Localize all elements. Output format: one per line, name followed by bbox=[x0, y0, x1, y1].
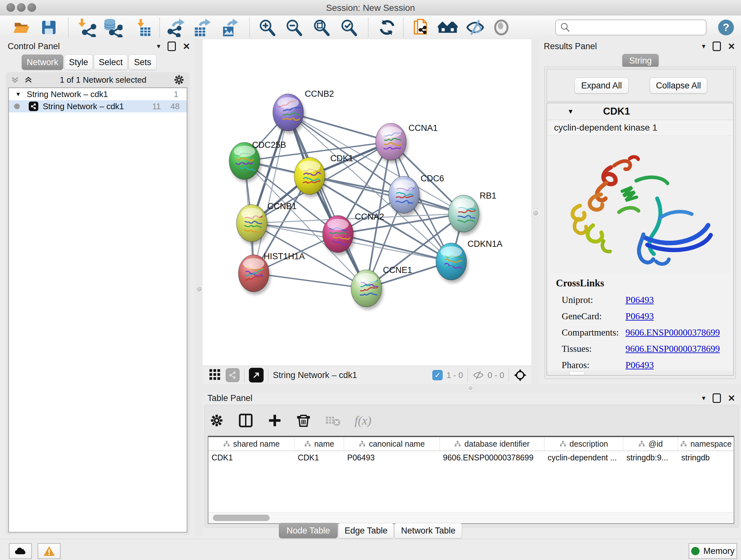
network-node[interactable]: CDK1 bbox=[294, 153, 353, 197]
left-splitter-handle[interactable] bbox=[195, 285, 204, 294]
network-share-view-button[interactable] bbox=[226, 368, 240, 382]
cloud-status-button[interactable] bbox=[9, 543, 32, 559]
save-floppy-icon bbox=[40, 18, 58, 37]
tab-edge-table[interactable]: Edge Table bbox=[338, 523, 394, 538]
zoom-in-button[interactable] bbox=[257, 18, 277, 37]
tab-node-table[interactable]: Node Table bbox=[279, 523, 338, 538]
network-options-gear-icon[interactable] bbox=[173, 74, 185, 86]
import-network-database-button[interactable] bbox=[103, 18, 123, 37]
card-scrollbar-thumb[interactable] bbox=[569, 371, 585, 375]
column-header-namespace[interactable]: namespace bbox=[678, 437, 734, 450]
network-node[interactable]: CCNE1 bbox=[351, 265, 412, 310]
network-node[interactable]: HIST1H1A bbox=[239, 252, 305, 295]
network-node[interactable]: RB1 bbox=[448, 191, 496, 235]
search-input[interactable] bbox=[570, 22, 699, 33]
toolbar-separator bbox=[249, 18, 250, 37]
network-edge[interactable] bbox=[288, 112, 366, 288]
tab-network-table[interactable]: Network Table bbox=[394, 523, 462, 538]
collapse-all-button[interactable]: Collapse All bbox=[650, 78, 707, 94]
column-header-shared-name[interactable]: shared name bbox=[208, 437, 294, 450]
table-horizontal-scrollbar[interactable] bbox=[208, 512, 734, 523]
float-panel-icon[interactable] bbox=[713, 393, 721, 403]
column-header-name[interactable]: name bbox=[294, 437, 344, 450]
float-panel-icon[interactable] bbox=[167, 42, 176, 51]
gene-description: cyclin-dependent kinase 1 bbox=[554, 123, 657, 133]
save-session-button[interactable] bbox=[39, 18, 59, 37]
collapse-panel-icon[interactable]: ▾ bbox=[157, 42, 160, 51]
birds-eye-view-button[interactable] bbox=[249, 368, 264, 382]
show-grid-button[interactable] bbox=[208, 368, 221, 382]
collapse-panel-icon[interactable]: ▾ bbox=[702, 42, 705, 51]
tree-expander-icon[interactable]: ▼ bbox=[15, 91, 21, 98]
horizontal-splitter[interactable] bbox=[201, 384, 741, 393]
network-node[interactable]: CCNB1 bbox=[237, 201, 297, 245]
column-header-description[interactable]: description bbox=[544, 437, 623, 450]
network-view-canvas[interactable]: CCNB2CCNA1CDC25BCDK1CDC6RB1CCNB1CCNA2CDK… bbox=[203, 39, 531, 366]
crosslink-uniprot[interactable]: P06493 bbox=[625, 295, 654, 305]
horizontal-splitter-handle[interactable] bbox=[467, 384, 474, 392]
delete-table-icon[interactable] bbox=[325, 412, 341, 429]
export-image-button[interactable] bbox=[219, 18, 239, 37]
expand-all-networks-icon[interactable] bbox=[23, 75, 33, 84]
add-column-icon[interactable] bbox=[267, 413, 282, 428]
help-button[interactable]: ? bbox=[716, 18, 736, 37]
tab-string[interactable]: String bbox=[622, 54, 659, 67]
memory-button[interactable]: Memory bbox=[689, 543, 737, 559]
selected-nodes-checkbox[interactable]: ✓ bbox=[432, 370, 443, 380]
column-header-database-identifier[interactable]: database identifier bbox=[440, 437, 544, 450]
collapse-all-networks-icon[interactable] bbox=[10, 75, 20, 84]
string-home-button[interactable] bbox=[438, 18, 458, 37]
float-panel-icon[interactable] bbox=[713, 42, 721, 51]
table-scrollbar-thumb[interactable] bbox=[213, 515, 270, 521]
network-edge[interactable] bbox=[254, 112, 288, 273]
zoom-fit-button[interactable] bbox=[312, 18, 331, 37]
close-panel-icon[interactable]: ✕ bbox=[728, 393, 735, 403]
export-network-button[interactable] bbox=[166, 18, 186, 37]
function-builder-icon[interactable]: f(x) bbox=[354, 414, 372, 428]
table-row[interactable]: CDK1 CDK1 P06493 9606.ENSP00000378699 cy… bbox=[208, 451, 734, 464]
network-node[interactable]: CDKN1A bbox=[436, 239, 502, 283]
tab-style[interactable]: Style bbox=[64, 55, 93, 70]
column-header-canonical-name[interactable]: canonical name bbox=[344, 437, 440, 450]
string-network-graph[interactable]: CCNB2CCNA1CDC25BCDK1CDC6RB1CCNB1CCNA2CDK… bbox=[203, 39, 531, 366]
string-import-button[interactable] bbox=[412, 18, 431, 37]
export-table-button[interactable] bbox=[192, 18, 212, 37]
hidden-eye-icon[interactable] bbox=[472, 369, 484, 381]
crosslink-compartments[interactable]: 9606.ENSP00000378699 bbox=[625, 327, 720, 338]
zoom-out-button[interactable] bbox=[284, 18, 304, 37]
gene-expander-icon[interactable]: ▼ bbox=[567, 108, 574, 115]
gene-card-header[interactable]: ▼ CDK1 bbox=[547, 103, 733, 120]
network-node[interactable]: CCNB2 bbox=[273, 89, 334, 134]
warnings-button[interactable] bbox=[38, 543, 61, 559]
string-eye-button[interactable] bbox=[491, 18, 511, 37]
network-tree-child-row[interactable]: String Network – cdk1 11 48 bbox=[9, 100, 187, 112]
crosslink-tissues[interactable]: 9606.ENSP00000378699 bbox=[625, 344, 720, 354]
right-splitter-handle[interactable] bbox=[531, 208, 540, 217]
table-options-gear-icon[interactable] bbox=[209, 413, 224, 428]
close-panel-icon[interactable]: ✕ bbox=[183, 41, 190, 52]
card-horizontal-scrollbar[interactable] bbox=[547, 371, 733, 375]
delete-column-icon[interactable] bbox=[296, 413, 311, 428]
crosslink-genecard[interactable]: P06493 bbox=[625, 311, 654, 321]
show-columns-icon[interactable] bbox=[238, 413, 254, 428]
fit-selected-crosshair-icon[interactable] bbox=[514, 368, 527, 382]
refresh-view-button[interactable] bbox=[377, 18, 397, 37]
open-session-button[interactable] bbox=[12, 18, 32, 37]
zoom-out-icon bbox=[285, 18, 303, 37]
close-panel-icon[interactable]: ✕ bbox=[728, 41, 735, 52]
network-tree-parent-row[interactable]: ▼ String Network – cdk1 1 bbox=[9, 88, 187, 100]
network-node[interactable]: CDC6 bbox=[389, 174, 444, 216]
import-table-button[interactable] bbox=[133, 18, 152, 37]
tab-sets[interactable]: Sets bbox=[129, 55, 157, 70]
left-splitter[interactable] bbox=[195, 39, 203, 537]
column-header-id[interactable]: @id bbox=[623, 437, 678, 450]
import-network-file-button[interactable] bbox=[77, 18, 97, 37]
zoom-selected-button[interactable] bbox=[339, 18, 359, 37]
crosslink-pharos[interactable]: P06493 bbox=[625, 360, 654, 370]
collapse-panel-icon[interactable]: ▾ bbox=[702, 394, 705, 402]
tab-network[interactable]: Network bbox=[22, 55, 63, 70]
expand-all-button[interactable]: Expand All bbox=[575, 78, 629, 94]
right-splitter[interactable] bbox=[531, 39, 539, 384]
string-hide-button[interactable] bbox=[465, 18, 485, 37]
tab-select[interactable]: Select bbox=[94, 55, 128, 70]
